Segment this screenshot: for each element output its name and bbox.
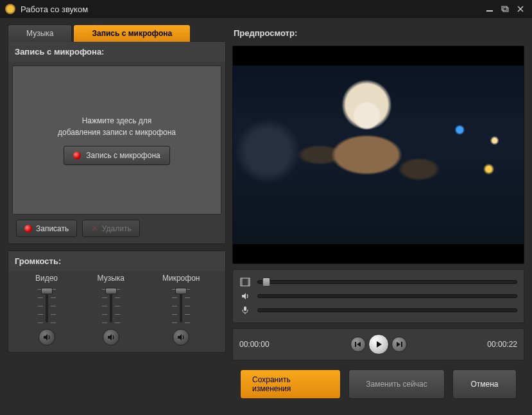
svg-rect-0 [486, 10, 493, 12]
save-button[interactable]: Сохранить изменения [240, 369, 341, 399]
minimize-icon [486, 6, 493, 12]
volume-music-slider[interactable] [98, 287, 124, 325]
tab-mic[interactable]: Запись с микрофона [73, 24, 191, 42]
video-position-slider[interactable] [257, 280, 517, 284]
time-total: 00:00:22 [466, 340, 517, 349]
record-from-mic-button[interactable]: Запись с микрофона [64, 146, 169, 165]
record-icon [24, 225, 32, 233]
mic-panel-header: Запись с микрофона: [8, 42, 225, 62]
volume-mic-slider[interactable] [168, 287, 194, 325]
record-drop-area[interactable]: Нажмите здесь для добавления записи с ми… [12, 66, 221, 215]
svg-rect-1 [502, 6, 507, 10]
volume-panel: Громкость: Видео [8, 251, 226, 353]
play-button[interactable] [368, 334, 389, 355]
volume-video-label: Видео [35, 274, 58, 283]
volume-video-col: Видео [34, 274, 60, 346]
svg-rect-2 [503, 8, 508, 12]
replace-now-button[interactable]: Заменить сейчас [348, 369, 445, 399]
svg-rect-11 [401, 342, 402, 347]
play-icon [374, 340, 383, 349]
svg-rect-10 [355, 342, 356, 347]
footer-buttons: Сохранить изменения Заменить сейчас Отме… [232, 366, 524, 399]
volume-header: Громкость: [8, 251, 225, 271]
record-hint: Нажмите здесь для добавления записи с ми… [58, 115, 176, 138]
mute-video-button[interactable] [39, 329, 55, 346]
volume-mic-label: Микрофон [162, 274, 200, 283]
maximize-button[interactable] [499, 4, 511, 14]
titlebar: Работа со звуком [0, 0, 532, 18]
slider-thumb[interactable] [41, 288, 53, 294]
delete-button[interactable]: ✕ Удалить [82, 220, 140, 237]
film-icon [239, 278, 251, 287]
mic-record-panel: Запись с микрофона: Нажмите здесь для до… [8, 41, 226, 244]
mute-music-button[interactable] [103, 329, 119, 346]
svg-rect-7 [248, 278, 250, 286]
tab-bar: Музыка Запись с микрофона [8, 24, 226, 42]
microphone-icon [239, 306, 251, 315]
restore-icon [501, 6, 509, 12]
skip-back-icon [354, 341, 362, 348]
slider-thumb[interactable] [175, 288, 187, 294]
slider-thumb[interactable] [105, 288, 117, 294]
speaker-icon [239, 292, 251, 301]
skip-forward-icon [395, 341, 403, 348]
minimize-button[interactable] [483, 4, 496, 14]
speaker-icon [42, 333, 51, 342]
speaker-icon [107, 333, 116, 342]
next-button[interactable] [391, 337, 407, 352]
tab-mic-label: Запись с микрофона [92, 29, 172, 38]
preview-viewport[interactable] [232, 46, 524, 264]
window-title: Работа со звуком [21, 4, 481, 14]
app-icon [5, 4, 15, 14]
preview-image [233, 66, 524, 244]
record-from-mic-label: Запись с микрофона [86, 151, 160, 160]
volume-video-slider[interactable] [34, 287, 60, 325]
record-button[interactable]: Записать [16, 220, 77, 237]
delete-button-label: Удалить [102, 224, 132, 233]
prev-button[interactable] [350, 337, 366, 352]
mute-mic-button[interactable] [173, 329, 189, 346]
tab-music-label: Музыка [26, 29, 53, 38]
cancel-button[interactable]: Отмена [452, 369, 517, 399]
speaker-icon [176, 333, 185, 342]
svg-rect-8 [244, 306, 246, 311]
audio-level-slider[interactable] [257, 294, 517, 298]
volume-music-label: Музыка [98, 274, 124, 283]
close-button[interactable] [514, 4, 527, 14]
volume-music-col: Музыка [98, 274, 124, 346]
mic-level-slider[interactable] [257, 308, 517, 312]
transport-panel: 00:00:00 00:00:22 [232, 328, 524, 360]
volume-mic-col: Микрофон [162, 274, 200, 346]
svg-rect-6 [241, 278, 243, 286]
delete-icon: ✕ [91, 224, 98, 233]
track-sliders-panel [232, 269, 524, 323]
record-icon [73, 152, 81, 159]
time-current: 00:00:00 [239, 340, 291, 349]
preview-header: Предпросмотр: [232, 24, 524, 40]
record-button-label: Записать [36, 224, 69, 233]
tab-music[interactable]: Музыка [8, 24, 72, 42]
close-icon [517, 5, 524, 13]
